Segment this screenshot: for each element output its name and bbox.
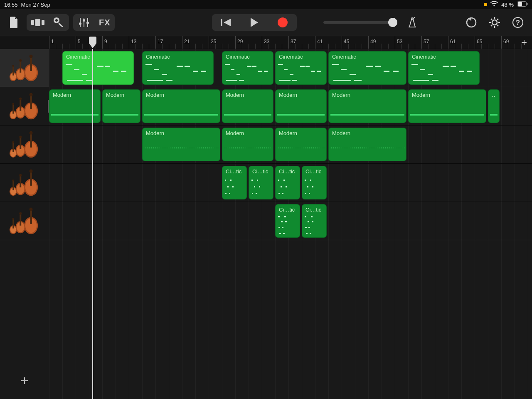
region[interactable]: Modern	[142, 128, 220, 161]
ruler[interactable]: 159131721252933374145495357616569	[49, 36, 516, 49]
track-lane[interactable]: Ci…ticCi…tic	[49, 202, 532, 240]
region[interactable]: Ci…tic	[222, 166, 247, 200]
strings-icon	[8, 130, 41, 159]
strings-icon	[8, 92, 41, 121]
region[interactable]: Cinematic	[62, 51, 134, 85]
region-label: Modern	[226, 92, 270, 98]
tracks-view-button[interactable]	[27, 14, 49, 31]
region-label: Cinematic	[279, 54, 323, 60]
region-label: Cinematic	[412, 54, 476, 60]
region-label: Modern	[412, 92, 483, 98]
playhead[interactable]	[92, 49, 93, 399]
help-button[interactable]: ?	[510, 14, 526, 31]
svg-rect-3	[31, 20, 34, 25]
region[interactable]: Ci…tic	[275, 166, 300, 200]
mixer-button[interactable]	[73, 14, 95, 31]
region[interactable]: Modern	[222, 128, 273, 161]
add-section-button[interactable]: +	[516, 36, 532, 49]
instrument-view-button[interactable]	[49, 14, 69, 31]
record-button[interactable]	[268, 14, 297, 31]
region-label: Modern	[146, 92, 217, 98]
my-songs-button[interactable]	[6, 14, 22, 31]
svg-point-14	[86, 22, 89, 24]
region[interactable]: Cinematic	[275, 51, 327, 85]
track-lane[interactable]: Ci…ticCi…ticCi…ticCi…tic	[49, 164, 532, 202]
track-header[interactable]	[0, 87, 49, 126]
region-label: …	[492, 92, 496, 98]
region-label: Modern	[279, 92, 323, 98]
region-label: Modern	[279, 130, 323, 136]
region[interactable]: Ci…tic	[302, 166, 327, 200]
recording-indicator-dot	[484, 3, 487, 6]
master-volume-slider[interactable]	[323, 17, 394, 27]
track-headers: +	[0, 49, 49, 399]
timeline[interactable]: CinematicCinematicCinematicCinematicCine…	[49, 49, 532, 399]
play-button[interactable]	[240, 14, 268, 31]
fx-button[interactable]: FX	[95, 14, 115, 31]
battery-icon	[517, 1, 528, 8]
strings-icon	[8, 168, 41, 197]
region[interactable]: Ci…tic	[249, 166, 273, 200]
svg-point-13	[83, 19, 85, 22]
svg-rect-5	[42, 20, 44, 25]
region-label: Cinematic	[66, 54, 130, 60]
track-lane[interactable]: CinematicCinematicCinematicCinematicCine…	[49, 49, 532, 87]
region[interactable]: Modern	[275, 89, 327, 123]
settings-button[interactable]	[486, 14, 503, 31]
region[interactable]: …	[488, 89, 500, 123]
region-label: Cinematic	[146, 54, 210, 60]
track-header[interactable]	[0, 126, 49, 164]
region-label: Ci…tic	[279, 168, 296, 175]
svg-rect-4	[35, 19, 40, 26]
add-track-button[interactable]: +	[0, 362, 49, 399]
region-label: Cinematic	[332, 54, 403, 60]
ruler-row: 159131721252933374145495357616569 +	[0, 36, 532, 49]
loop-browser-button[interactable]	[463, 14, 480, 31]
track-header[interactable]	[0, 164, 49, 202]
svg-rect-8	[58, 23, 63, 27]
region[interactable]: Modern	[275, 128, 327, 161]
region[interactable]: Modern	[328, 128, 406, 161]
strings-icon	[8, 54, 41, 83]
region[interactable]: Cinematic	[408, 51, 480, 85]
region-label: Modern	[106, 92, 137, 98]
region-label: Modern	[332, 130, 403, 136]
svg-point-18	[492, 20, 497, 25]
region-label: Modern	[146, 130, 217, 136]
track-lane[interactable]: ModernModernModernModernModernModernMode…	[49, 87, 532, 126]
region[interactable]: Modern	[142, 89, 220, 123]
wifi-icon	[490, 1, 498, 8]
metronome-button[interactable]	[404, 14, 421, 31]
status-date: Mon 27 Sep	[21, 2, 50, 8]
svg-line-26	[497, 19, 498, 20]
region[interactable]: Cinematic	[222, 51, 273, 85]
region[interactable]: Modern	[408, 89, 486, 123]
svg-line-24	[497, 25, 498, 26]
tools-group: FX	[73, 14, 115, 31]
svg-rect-15	[221, 19, 222, 26]
region[interactable]: Modern	[328, 89, 406, 123]
track-header[interactable]	[0, 49, 49, 87]
region[interactable]: Modern	[102, 89, 140, 123]
region[interactable]: Cinematic	[328, 51, 406, 85]
track-lane[interactable]: ModernModernModernModern	[49, 126, 532, 164]
region-label: Modern	[226, 130, 270, 136]
view-switch	[27, 14, 69, 31]
region[interactable]: Ci…tic	[275, 204, 300, 238]
region-label: Ci…tic	[305, 207, 323, 213]
region-label: Modern	[53, 92, 97, 98]
battery-percent: 48 %	[501, 2, 514, 8]
region-label: Ci…tic	[279, 207, 296, 213]
track-header[interactable]	[0, 202, 49, 240]
svg-rect-2	[527, 3, 528, 5]
region-label: Ci…tic	[305, 168, 323, 175]
region-label: Modern	[332, 92, 403, 98]
region[interactable]: Ci…tic	[302, 204, 327, 238]
region[interactable]: Cinematic	[142, 51, 214, 85]
region-label: Cinematic	[226, 54, 270, 60]
region[interactable]: Modern	[222, 89, 273, 123]
transport	[212, 14, 297, 31]
svg-point-7	[55, 19, 58, 22]
region-label: Ci…tic	[252, 168, 270, 175]
rewind-button[interactable]	[212, 14, 240, 31]
